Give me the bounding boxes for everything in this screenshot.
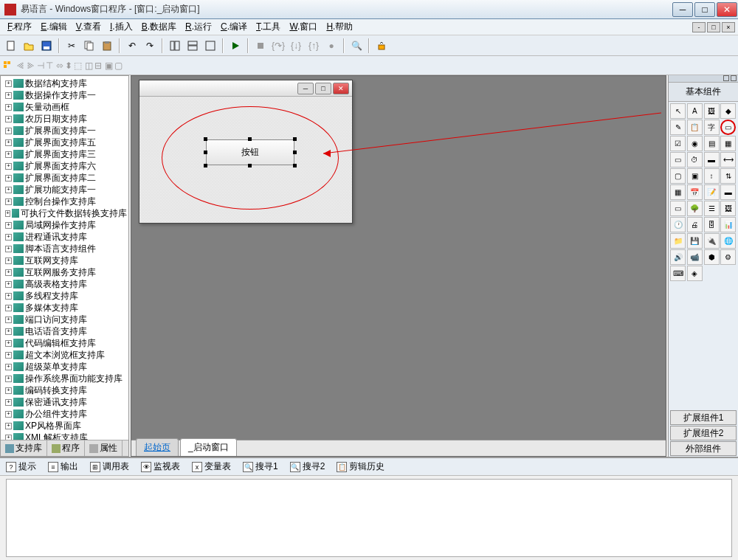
tree-item[interactable]: +扩展界面支持库五 <box>2 136 127 148</box>
expand-icon[interactable]: + <box>5 387 12 394</box>
groupbox-tool[interactable]: ▢ <box>670 168 686 184</box>
tab-hints[interactable]: ?提示 <box>3 459 39 474</box>
same-size-button[interactable]: ⬚ <box>74 61 82 71</box>
tree-item[interactable]: +农历日期支持库 <box>2 113 127 125</box>
send-back-button[interactable]: ▢ <box>114 61 123 71</box>
expand-icon[interactable]: + <box>5 139 12 146</box>
copy-button[interactable] <box>81 38 97 54</box>
text-tool[interactable]: 字 <box>704 120 720 135</box>
tree-item[interactable]: +扩展界面支持库二 <box>2 172 127 184</box>
selection-handle[interactable] <box>293 164 297 167</box>
video-tool[interactable]: 📹 <box>687 249 703 265</box>
layout1-button[interactable] <box>167 38 183 54</box>
button-control[interactable]: 按钮 <box>206 139 294 165</box>
redo-button[interactable]: ↷ <box>142 38 158 54</box>
drive-tool[interactable]: 💾 <box>687 233 703 249</box>
selection-handle[interactable] <box>204 164 207 167</box>
clock-tool[interactable]: 🕐 <box>670 217 686 232</box>
network-tool[interactable]: 🌐 <box>720 233 736 249</box>
tree-item[interactable]: +多媒体支持库 <box>2 302 127 314</box>
tab-variables[interactable]: x变量表 <box>189 459 234 474</box>
grid-tool[interactable]: ▦ <box>670 184 686 200</box>
expand-icon[interactable]: + <box>5 411 12 418</box>
tree-item[interactable]: +扩展界面支持库六 <box>2 160 127 172</box>
align-center-h-button[interactable]: ⫸ <box>27 61 35 71</box>
bring-front-button[interactable]: ▣ <box>105 61 113 71</box>
step-into-button[interactable]: {↓} <box>288 38 304 54</box>
menu-file[interactable]: F.程序 <box>3 19 36 35</box>
menu-run[interactable]: R.运行 <box>181 19 216 35</box>
progressbar-tool[interactable]: ▬ <box>704 152 720 167</box>
tab-support-lib[interactable]: 支持库 <box>1 440 47 456</box>
timer-tool[interactable]: ⏱ <box>687 152 703 167</box>
output-content[interactable] <box>6 479 732 557</box>
undo-button[interactable]: ↶ <box>124 38 140 54</box>
expand-icon[interactable]: + <box>5 340 12 347</box>
tree-item[interactable]: +脚本语言支持组件 <box>2 243 127 255</box>
expand-icon[interactable]: + <box>5 175 12 182</box>
slider-tool[interactable]: ⟷ <box>720 152 736 167</box>
pointer-tool[interactable]: ↖ <box>670 103 686 119</box>
calendar-tool[interactable]: 📅 <box>687 184 703 200</box>
mdi-close-button[interactable]: × <box>722 22 735 32</box>
step-over-button[interactable]: {↷} <box>270 38 286 54</box>
tab-search1[interactable]: 🔍搜寻1 <box>240 459 281 474</box>
tree-item[interactable]: +控制台操作支持库 <box>2 196 127 207</box>
tree-item[interactable]: +互联网支持库 <box>2 255 127 266</box>
tree-item[interactable]: +扩展功能支持库一 <box>2 184 127 196</box>
tree-item[interactable]: +端口访问支持库 <box>2 314 127 325</box>
tree-item[interactable]: +可执行文件数据转换支持库 <box>2 207 127 219</box>
imagelist-tool[interactable]: 🖼 <box>720 201 736 216</box>
tree-item[interactable]: +扩展界面支持库三 <box>2 148 127 160</box>
expand-icon[interactable]: + <box>5 376 12 382</box>
combobox-tool[interactable]: ▦ <box>720 136 736 151</box>
align-grid-button[interactable] <box>3 61 13 71</box>
find-button[interactable]: 🔍 <box>348 38 365 54</box>
selection-handle[interactable] <box>248 164 252 167</box>
form-designer[interactable]: ─ □ ✕ 按钮 <box>139 80 353 224</box>
expand-icon[interactable]: + <box>5 257 12 264</box>
button-tool[interactable]: ▭ <box>720 120 736 135</box>
open-button[interactable] <box>21 38 37 54</box>
checkbox-tool[interactable]: ☑ <box>670 136 686 151</box>
tree-item[interactable]: +超文本浏览框支持库 <box>2 349 127 361</box>
layout2-button[interactable] <box>184 38 201 54</box>
tabctrl-tool[interactable]: ▣ <box>687 168 703 184</box>
mdi-restore-button[interactable]: □ <box>707 22 720 32</box>
expand-icon[interactable]: + <box>5 328 12 335</box>
database-tool[interactable]: 🗄 <box>704 217 720 232</box>
edit-tool[interactable]: ✎ <box>670 120 686 135</box>
mdi-minimize-button[interactable]: - <box>692 22 706 32</box>
expand-icon[interactable]: + <box>5 210 10 217</box>
menu-insert[interactable]: I.插入 <box>106 19 137 35</box>
align-top-button[interactable]: ⊤ <box>46 61 53 71</box>
treeview-tool[interactable]: 🌳 <box>687 201 703 216</box>
menu-help[interactable]: H.帮助 <box>322 19 357 35</box>
port-tool[interactable]: 🔌 <box>704 233 720 249</box>
listbox-tool[interactable]: ▤ <box>704 136 720 151</box>
expand-icon[interactable]: + <box>5 246 12 252</box>
tree-item[interactable]: +XP风格界面库 <box>2 420 127 432</box>
tree-item[interactable]: +高级表格支持库 <box>2 278 127 290</box>
tab-calltable[interactable]: ⊞调用表 <box>87 459 132 474</box>
new-button[interactable] <box>3 38 19 54</box>
toolbar-tool[interactable]: ▬ <box>720 184 736 200</box>
listview-tool[interactable]: ☰ <box>704 201 720 216</box>
expand-icon[interactable]: + <box>5 281 12 288</box>
ext-components-1-button[interactable]: 扩展组件1 <box>670 410 737 425</box>
tree-item[interactable]: +保密通讯支持库 <box>2 396 127 408</box>
misc-tool[interactable]: ◈ <box>687 266 703 281</box>
tab-program[interactable]: 程序 <box>47 440 85 456</box>
selection-handle[interactable] <box>293 151 297 154</box>
menu-compile[interactable]: C.编译 <box>216 19 252 35</box>
expand-icon[interactable]: + <box>5 269 12 276</box>
tree-item[interactable]: +数据结构支持库 <box>2 77 127 89</box>
scrollbar-tool[interactable]: ↕ <box>704 168 720 184</box>
layout3-button[interactable] <box>202 38 218 54</box>
tree-item[interactable]: +办公组件支持库 <box>2 408 127 420</box>
tree-item[interactable]: +代码编辑框支持库 <box>2 337 127 349</box>
shape-tool[interactable]: ◆ <box>720 103 736 119</box>
expand-icon[interactable]: + <box>5 116 12 122</box>
selection-handle[interactable] <box>293 137 297 141</box>
tab-start-page[interactable]: 起始页 <box>136 438 179 456</box>
